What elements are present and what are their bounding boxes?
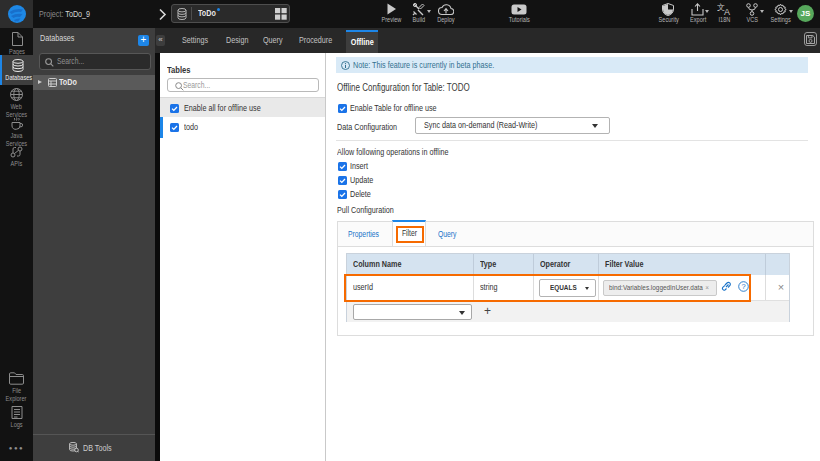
- svg-text:A: A: [724, 7, 730, 16]
